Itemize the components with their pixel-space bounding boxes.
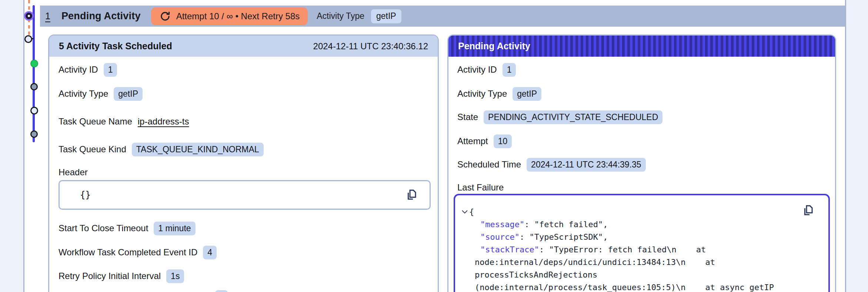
code-line: "source": "TypeScriptSDK",	[469, 231, 788, 243]
field-row-attempt: Attempt10	[457, 133, 512, 149]
truncated-next-row-badge	[215, 290, 228, 292]
code-line: "message": "fetch failed",	[469, 218, 788, 231]
field-row-activity-type: Activity TypegetIP	[457, 86, 541, 102]
field-label: Scheduled Time	[457, 159, 521, 170]
field-value-badge: PENDING_ACTIVITY_STATE_SCHEDULED	[484, 110, 662, 124]
code-line: processTicksAndRejections	[469, 269, 788, 281]
field-value-badge: 1 minute	[154, 222, 195, 235]
retry-badge-label: Attempt 10 / ∞ • Next Retry 58s	[176, 11, 300, 21]
retry-status-badge: Attempt 10 / ∞ • Next Retry 58s	[151, 7, 308, 25]
field-row-retry-policy-initial-interval: Retry Policy Initial Interval1s	[59, 268, 184, 284]
field-label: Workflow Task Completed Event ID	[59, 247, 197, 258]
field-label: State	[457, 112, 478, 122]
task-queue-name-link[interactable]: ip-address-ts	[138, 116, 189, 127]
field-row-task-queue-name: Task Queue Nameip-address-ts	[59, 114, 189, 129]
json-key: "source"	[480, 232, 520, 242]
header-field-label: Header	[59, 165, 88, 180]
event-dot-open-4[interactable]	[30, 107, 38, 115]
field-row-state: StatePENDING_ACTIVITY_STATE_SCHEDULED	[457, 109, 662, 125]
field-row-workflow-task-completed-event-id: Workflow Task Completed Event ID4	[59, 245, 217, 260]
code-line: "stackTrace": "TypeError: fetch failed\n…	[469, 243, 788, 256]
event-dot-gray-3[interactable]	[30, 83, 38, 90]
field-value-badge: 1s	[166, 269, 184, 283]
retry-icon	[159, 10, 171, 22]
field-label: Activity Type	[457, 89, 507, 99]
code-line: {	[469, 206, 788, 218]
field-label: Attempt	[457, 136, 488, 146]
event-dot-green-2[interactable]	[30, 60, 38, 67]
copy-icon[interactable]	[801, 203, 815, 218]
event-title: Pending Activity	[61, 10, 141, 22]
field-value-badge: 2024-12-11 UTC 23:44:39.35	[527, 158, 646, 172]
field-label: Retry Policy Initial Interval	[59, 271, 161, 281]
code-text: node:internal/deps/undici/undici:13484:1…	[475, 258, 715, 267]
left-panel-header: 5 Activity Task Scheduled 2024-12-11 UTC…	[49, 36, 438, 57]
code-text: (node:internal/process/task_queues:105:5…	[475, 283, 774, 292]
pending-activity-panel: Pending Activity Activity ID1Activity Ty…	[447, 34, 836, 292]
right-panel-header: Pending Activity	[448, 36, 835, 57]
field-row-task-queue-kind: Task Queue KindTASK_QUEUE_KIND_NORMAL	[59, 142, 264, 157]
field-label: Activity ID	[457, 64, 497, 75]
last-failure-codeblock: {"message": "fetch failed","source": "Ty…	[454, 194, 830, 292]
code-line: node:internal/deps/undici/undici:13484:1…	[469, 256, 788, 269]
field-label: Activity ID	[59, 64, 98, 75]
code-text: : "TypeError: fetch failed\n at	[539, 245, 706, 254]
json-key: "stackTrace"	[480, 245, 539, 254]
field-row-scheduled-time: Scheduled Time2024-12-11 UTC 23:44:39.35	[457, 157, 646, 172]
activity-type-label: Activity Type	[317, 11, 364, 21]
field-value-badge: 4	[203, 246, 217, 259]
code-text: processTicksAndRejections	[475, 270, 597, 279]
field-row-activity-id: Activity ID1	[457, 62, 516, 77]
event-dot-gray-5[interactable]	[30, 130, 38, 138]
field-label: Start To Close Timeout	[59, 223, 148, 233]
field-label: Task Queue Name	[59, 116, 132, 127]
copy-icon[interactable]	[404, 188, 418, 202]
field-value-badge: 10	[494, 135, 512, 148]
right-panel-title: Pending Activity	[458, 41, 530, 52]
field-value-badge: 1	[104, 63, 117, 77]
code-text: : "fetch failed",	[524, 220, 608, 229]
field-row-start-to-close-timeout: Start To Close Timeout1 minute	[59, 220, 196, 236]
event-dot-open-1[interactable]	[24, 35, 32, 43]
activity-type-badge: getIP	[371, 9, 401, 23]
field-row-activity-id: Activity ID1	[59, 62, 117, 77]
last-failure-label: Last Failure	[457, 180, 504, 195]
field-label: Task Queue Kind	[59, 144, 126, 155]
field-row-activity-type: Activity TypegetIP	[59, 86, 143, 102]
left-panel-timestamp: 2024-12-11 UTC 23:40:36.12	[313, 41, 428, 52]
code-text: {	[469, 207, 474, 216]
left-panel-title: 5 Activity Task Scheduled	[59, 41, 172, 52]
field-value-badge: getIP	[114, 87, 143, 101]
chevron-down-icon[interactable]	[460, 209, 469, 216]
event-dot-selected-0[interactable]	[24, 11, 34, 21]
activity-task-scheduled-panel: 5 Activity Task Scheduled 2024-12-11 UTC…	[48, 34, 439, 292]
json-key: "message"	[480, 220, 524, 229]
last-failure-json: {"message": "fetch failed","source": "Ty…	[469, 206, 788, 292]
field-label: Activity Type	[59, 89, 108, 99]
field-value-badge: TASK_QUEUE_KIND_NORMAL	[132, 143, 264, 156]
header-payload-value: {}	[80, 190, 91, 200]
code-text: : "TypeScriptSDK",	[520, 232, 608, 242]
event-id-link[interactable]: 1	[45, 11, 50, 21]
code-line: (node:internal/process/task_queues:105:5…	[469, 281, 788, 292]
header-payload-codeblock: {}	[59, 180, 431, 210]
field-value-badge: getIP	[513, 87, 541, 101]
field-value-badge: 1	[503, 63, 516, 77]
event-row-header[interactable]: 1 Pending Activity Attempt 10 / ∞ • Next…	[40, 6, 846, 27]
timeline-active-line	[33, 5, 35, 142]
